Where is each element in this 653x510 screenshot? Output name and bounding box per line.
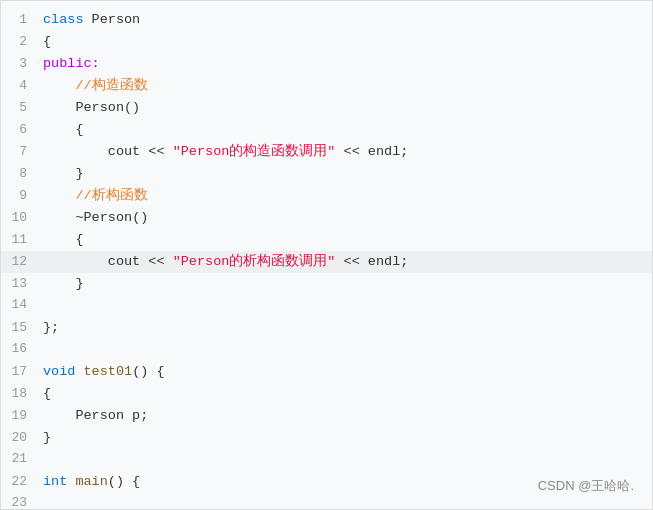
- code-area: 1class Person2{3public:4 //构造函数5 Person(…: [1, 1, 652, 510]
- line-number: 17: [1, 362, 39, 383]
- line-number: 6: [1, 120, 39, 141]
- code-line: 8 }: [1, 163, 652, 185]
- line-number: 7: [1, 142, 39, 163]
- code-line: 3public:: [1, 53, 652, 75]
- line-content: cout << "Person的析构函数调用" << endl;: [39, 251, 652, 273]
- line-number: 18: [1, 384, 39, 405]
- code-line: 11 {: [1, 229, 652, 251]
- line-number: 5: [1, 98, 39, 119]
- line-content: Person p;: [39, 405, 652, 427]
- code-line: 14: [1, 295, 652, 317]
- code-line: 12 cout << "Person的析构函数调用" << endl;: [1, 251, 652, 273]
- code-editor: 1class Person2{3public:4 //构造函数5 Person(…: [0, 0, 653, 510]
- code-line: 16: [1, 339, 652, 361]
- watermark: CSDN @王哈哈.: [538, 477, 634, 495]
- code-line: 18{: [1, 383, 652, 405]
- code-line: 5 Person(): [1, 97, 652, 119]
- line-content: cout << "Person的构造函数调用" << endl;: [39, 141, 652, 163]
- line-content: }: [39, 427, 652, 449]
- line-content: {: [39, 31, 652, 53]
- line-number: 16: [1, 339, 39, 360]
- line-content: Person(): [39, 97, 652, 119]
- line-content: public:: [39, 53, 652, 75]
- line-content: void test01() {: [39, 361, 652, 383]
- line-number: 13: [1, 274, 39, 295]
- line-number: 15: [1, 318, 39, 339]
- line-number: 12: [1, 252, 39, 273]
- code-line: 1class Person: [1, 9, 652, 31]
- code-line: 7 cout << "Person的构造函数调用" << endl;: [1, 141, 652, 163]
- code-line: 21: [1, 449, 652, 471]
- code-line: 10 ~Person(): [1, 207, 652, 229]
- line-number: 11: [1, 230, 39, 251]
- code-line: 20}: [1, 427, 652, 449]
- line-content: ~Person(): [39, 207, 652, 229]
- line-content: {: [39, 229, 652, 251]
- code-line: 19 Person p;: [1, 405, 652, 427]
- line-content: }: [39, 163, 652, 185]
- code-line: 17void test01() {: [1, 361, 652, 383]
- code-line: 15};: [1, 317, 652, 339]
- code-line: 13 }: [1, 273, 652, 295]
- code-line: 6 {: [1, 119, 652, 141]
- line-content: };: [39, 317, 652, 339]
- line-content: {: [39, 119, 652, 141]
- line-number: 21: [1, 449, 39, 470]
- line-number: 10: [1, 208, 39, 229]
- line-number: 8: [1, 164, 39, 185]
- line-number: 9: [1, 186, 39, 207]
- code-line: 2{: [1, 31, 652, 53]
- line-number: 1: [1, 10, 39, 31]
- line-content: }: [39, 273, 652, 295]
- line-number: 14: [1, 295, 39, 316]
- line-number: 19: [1, 406, 39, 427]
- line-number: 23: [1, 493, 39, 510]
- code-line: 4 //构造函数: [1, 75, 652, 97]
- code-line: 23: [1, 493, 652, 510]
- line-content: class Person: [39, 9, 652, 31]
- line-number: 2: [1, 32, 39, 53]
- line-number: 4: [1, 76, 39, 97]
- line-content: //析构函数: [39, 185, 652, 207]
- line-number: 22: [1, 472, 39, 493]
- line-content: {: [39, 383, 652, 405]
- code-line: 9 //析构函数: [1, 185, 652, 207]
- line-content: //构造函数: [39, 75, 652, 97]
- line-number: 3: [1, 54, 39, 75]
- line-number: 20: [1, 428, 39, 449]
